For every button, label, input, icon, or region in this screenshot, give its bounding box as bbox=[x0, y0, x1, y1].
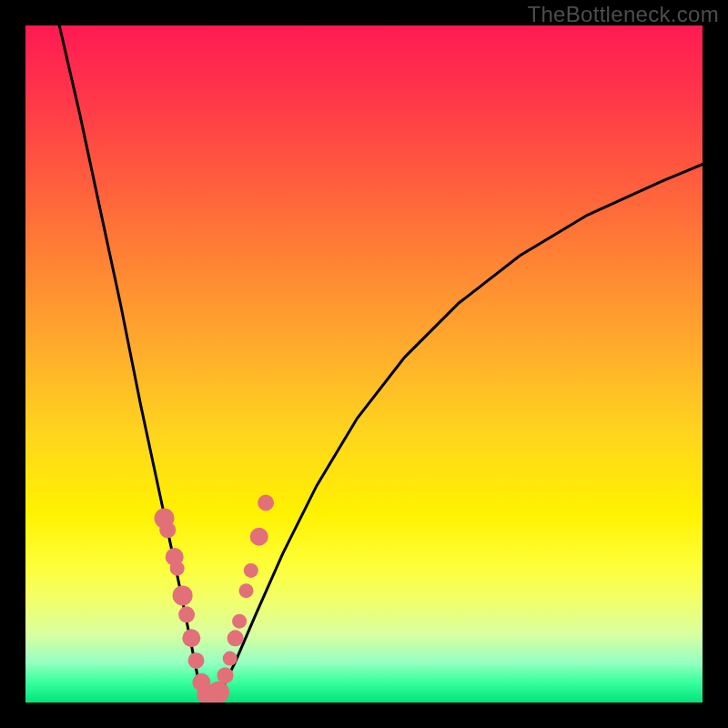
watermark-text: TheBottleneck.com bbox=[527, 2, 719, 27]
data-point bbox=[159, 521, 176, 538]
data-point bbox=[188, 652, 205, 669]
data-point bbox=[170, 561, 185, 576]
data-point bbox=[250, 528, 268, 546]
data-point bbox=[223, 652, 238, 666]
data-point bbox=[228, 630, 244, 646]
data-point bbox=[244, 563, 258, 578]
curve-right bbox=[208, 165, 703, 698]
data-point bbox=[232, 614, 247, 629]
data-point bbox=[239, 583, 254, 598]
data-point bbox=[178, 606, 195, 622]
data-points-group bbox=[155, 495, 275, 703]
data-point bbox=[182, 629, 200, 647]
data-point bbox=[207, 682, 229, 703]
chart-frame: TheBottleneck.com bbox=[0, 0, 728, 728]
data-point bbox=[258, 495, 274, 511]
data-point bbox=[173, 585, 193, 605]
data-point bbox=[217, 667, 234, 683]
chart-svg bbox=[25, 25, 703, 703]
